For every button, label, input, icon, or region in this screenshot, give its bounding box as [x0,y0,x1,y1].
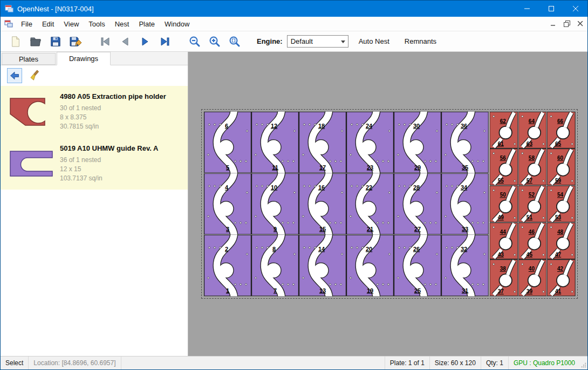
drawing-list-item[interactable]: 4980 A05 Extraction pipe holder 30 of 1 … [1,86,188,138]
mdi-close-icon[interactable] [574,18,586,30]
svg-text:43: 43 [498,252,504,258]
svg-text:42: 42 [557,266,564,272]
nested-part-pair[interactable]: 5453 [547,186,575,222]
broom-icon[interactable] [29,68,44,83]
remnants-button[interactable]: Remnants [400,35,441,48]
mdi-minimize-icon[interactable] [547,18,559,30]
nested-part-pair[interactable]: 5049 [490,186,518,222]
nested-part-pair[interactable]: 65 [204,111,251,176]
nested-part-pair[interactable]: 3635 [442,111,489,176]
save-icon[interactable] [47,33,64,50]
status-gpu: GPU : Quadro P1000 [508,356,580,369]
nested-part-pair[interactable]: 2827 [394,171,441,237]
nested-part-pair[interactable]: 6463 [518,112,546,148]
nested-part-pair[interactable]: 5857 [518,149,546,185]
nest-canvas[interactable]: 6512111817242330293635431091615222128273… [188,52,587,356]
tab-drawings[interactable]: Drawings [57,52,111,65]
svg-text:66: 66 [557,118,564,124]
svg-text:40: 40 [529,266,535,272]
nested-part-pair[interactable]: 3231 [442,233,489,297]
nested-part-pair[interactable]: 2019 [347,233,394,297]
svg-text:34: 34 [461,184,468,191]
svg-text:39: 39 [527,288,533,294]
status-size: Size: 60 x 120 [429,356,481,369]
nested-part-pair[interactable]: 6261 [490,112,518,148]
menu-edit[interactable]: Edit [37,17,59,31]
drawing-nested: 30 of 1 nested [60,104,166,113]
nested-part-pair[interactable]: 109 [252,171,299,237]
nested-part-pair[interactable]: 4241 [547,260,575,296]
nested-part-pair[interactable]: 5655 [490,149,518,185]
nested-part-pair[interactable]: 4645 [518,223,546,259]
svg-text:60: 60 [557,155,564,161]
back-arrow-icon[interactable] [7,68,22,83]
nested-part-pair[interactable]: 6059 [547,149,575,185]
menu-plate[interactable]: Plate [134,17,160,31]
mdi-restore-icon[interactable] [560,18,573,30]
svg-text:21: 21 [367,226,373,232]
svg-text:13: 13 [319,287,326,294]
plate[interactable]: 6512111817242330293635431091615222128273… [203,111,576,297]
resize-grip[interactable] [580,356,587,369]
menu-nest[interactable]: Nest [110,17,134,31]
nested-part-pair[interactable]: 1817 [299,111,346,176]
menu-window[interactable]: Window [160,17,194,31]
nested-part-pair[interactable]: 3837 [490,260,518,296]
nav-first-icon[interactable] [97,33,114,50]
main-toolbar: Engine: Default Auto Nest Remnants [1,31,587,52]
menubar: File Edit View Tools Nest Plate Window [1,17,587,31]
engine-select[interactable]: Default [287,35,348,48]
tab-plates[interactable]: Plates [2,53,56,65]
nested-part-pair[interactable]: 4039 [518,260,546,296]
svg-text:2: 2 [225,246,228,252]
zoom-in-icon[interactable] [206,33,223,50]
nested-part-pair[interactable]: 21 [204,233,251,297]
nested-part-pair[interactable]: 2221 [347,171,394,237]
svg-text:24: 24 [366,123,373,129]
svg-text:32: 32 [461,246,467,252]
svg-text:36: 36 [461,123,467,129]
menu-tools[interactable]: Tools [84,17,110,31]
nested-part-pair[interactable]: 6665 [547,112,575,148]
nested-part-pair[interactable]: 1211 [252,111,299,176]
nested-part-pair[interactable]: 2625 [394,233,441,297]
drawing-list-item[interactable]: 5019 A10 UHMW guide Rev. A 36 of 1 neste… [1,138,188,190]
minimize-icon[interactable] [515,1,539,17]
drawing-title: 5019 A10 UHMW guide Rev. A [60,144,158,153]
menu-view[interactable]: View [59,17,84,31]
nav-previous-icon[interactable] [117,33,134,50]
nested-part-pair[interactable]: 4443 [490,223,518,259]
new-file-icon[interactable] [7,33,24,50]
nav-next-icon[interactable] [136,33,154,50]
svg-text:18: 18 [318,123,325,129]
close-icon[interactable] [563,1,587,17]
zoom-out-icon[interactable] [186,33,203,50]
svg-text:63: 63 [527,141,533,147]
plate-svg[interactable]: 6512111817242330293635431091615222128273… [203,111,576,297]
nested-part-pair[interactable]: 4847 [547,223,575,259]
nested-part-pair[interactable]: 3029 [394,111,441,176]
nested-part-pair[interactable]: 1413 [299,233,346,297]
svg-text:37: 37 [498,288,504,294]
svg-text:19: 19 [367,287,373,294]
svg-text:47: 47 [555,252,562,258]
nested-part-pair[interactable]: 1615 [299,171,346,237]
nested-part-pair[interactable]: 3433 [442,171,489,237]
open-folder-icon[interactable] [27,33,44,50]
nested-part-pair[interactable]: 43 [204,171,251,237]
nav-last-icon[interactable] [156,33,174,50]
zoom-fit-icon[interactable] [226,33,243,50]
status-mode: Select [1,356,29,369]
engine-label: Engine: [257,37,283,45]
save-as-icon[interactable] [67,33,84,50]
nested-part-pair[interactable]: 2423 [347,111,394,176]
menu-file[interactable]: File [16,17,37,31]
maximize-icon[interactable] [539,1,563,17]
nested-part-pair[interactable]: 87 [252,233,299,297]
svg-text:33: 33 [462,226,468,232]
nested-part-pair[interactable]: 5251 [518,186,546,222]
svg-text:55: 55 [498,178,504,184]
auto-nest-button[interactable]: Auto Nest [354,35,394,48]
svg-text:22: 22 [366,184,372,191]
svg-text:29: 29 [414,164,421,171]
